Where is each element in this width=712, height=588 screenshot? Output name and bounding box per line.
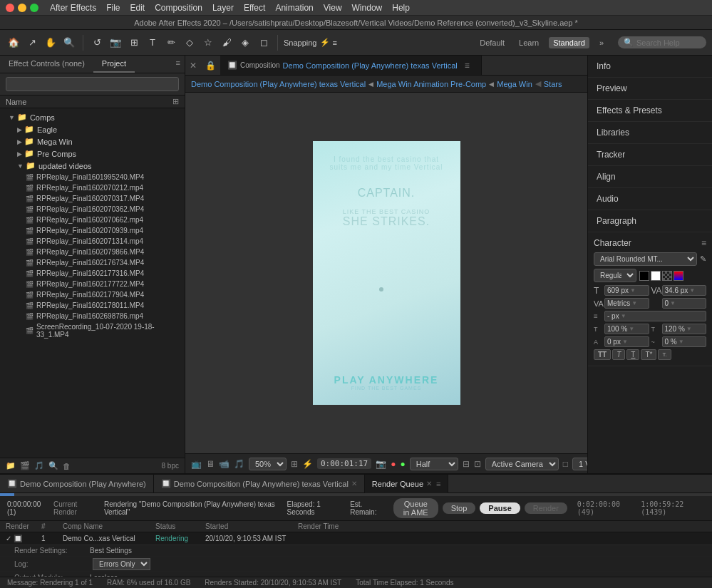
font-edit-icon[interactable]: ✎ <box>700 254 706 264</box>
search-icon-panel[interactable]: 🔍 <box>48 461 58 470</box>
color-swatch-white[interactable] <box>651 271 661 281</box>
menu-layer[interactable]: Layer <box>212 3 234 13</box>
vscale-field[interactable]: 120 % ▼ <box>662 324 707 334</box>
rp-info[interactable]: Info <box>588 56 712 78</box>
file-7[interactable]: 🎬 RPReplay_Final1602079866.MP4 <box>0 247 185 257</box>
col-menu-icon[interactable]: ⊞ <box>172 97 179 106</box>
menu-window[interactable]: Window <box>352 3 383 13</box>
bottom-tab-menu-3[interactable]: ≡ <box>436 480 440 488</box>
file-5[interactable]: 🎬 RPReplay_Final1602070939.mp4 <box>0 225 185 236</box>
camera-tool[interactable]: 📷 <box>108 35 123 51</box>
blur-field[interactable]: 0 % ▼ <box>662 336 707 347</box>
home-button[interactable]: 🏠 <box>6 35 21 51</box>
comp-lock-icon[interactable]: 🔒 <box>201 61 220 71</box>
pen-tool[interactable]: ✏ <box>163 35 179 51</box>
file-10[interactable]: 🎬 RPReplay_Final1602177722.MP4 <box>0 279 185 289</box>
render-button[interactable]: Render <box>525 502 567 514</box>
bc-item-3[interactable]: Stars <box>544 80 562 88</box>
tc-camera-icon[interactable]: 📷 <box>376 459 386 469</box>
menu-effect[interactable]: Effect <box>244 3 265 13</box>
bottom-tab-comp1[interactable]: 🔲 Demo Composition (Play Anywhere) <box>0 475 154 493</box>
bc-arrow-0[interactable]: ◀ <box>368 81 373 88</box>
bc-arrow-1[interactable]: ◀ <box>489 81 494 88</box>
tc-fit-icon[interactable]: ⊞ <box>291 459 298 469</box>
bc-item-1[interactable]: Mega Win Animation Pre-Comp <box>376 80 486 88</box>
folder-updated-videos[interactable]: 📁 updated videos <box>0 160 185 172</box>
bc-item-0[interactable]: Demo Composition (Play Anywhere) texas V… <box>191 80 366 88</box>
char-panel-menu-icon[interactable]: ≡ <box>701 238 706 248</box>
tc-views-icon[interactable]: □ <box>563 459 568 469</box>
eraser-tool[interactable]: ◻ <box>256 35 272 51</box>
zoom-select[interactable]: 50% <box>249 458 287 470</box>
menu-after-effects[interactable]: After Effects <box>50 3 96 13</box>
zoom-tool[interactable]: 🔍 <box>61 35 77 51</box>
style-t2-button[interactable]: T <box>626 349 639 360</box>
delete-icon[interactable]: 🗑 <box>63 462 71 470</box>
search-input[interactable] <box>636 38 701 47</box>
tab-project[interactable]: Project <box>93 56 135 73</box>
file-1[interactable]: 🎬 RPReplay_Final1602070212.mp4 <box>0 182 185 193</box>
stop-button[interactable]: Stop <box>443 502 476 514</box>
file-9[interactable]: 🎬 RPReplay_Final1602177316.MP4 <box>0 268 185 279</box>
render-queue-row[interactable]: ✓ 🔲 1 Demo Co...xas Vertical Rendering 2… <box>0 532 712 545</box>
tab-effect-controls[interactable]: Effect Controls (none) <box>0 56 93 73</box>
maximize-button[interactable] <box>30 4 38 12</box>
kerning-arrow[interactable]: ▼ <box>631 300 637 306</box>
clone-tool[interactable]: ◈ <box>237 35 253 51</box>
menu-help[interactable]: Help <box>392 3 410 13</box>
leading-field[interactable]: - px ▼ <box>604 311 706 321</box>
file-14[interactable]: 🎬 ScreenRecording_10-07-2020 19-18-33_1.… <box>0 321 185 340</box>
vscale-arrow[interactable]: ▼ <box>686 326 692 332</box>
bc-item-2[interactable]: Mega Win <box>497 80 532 88</box>
font-select[interactable]: Arial Rounded MT... <box>594 252 697 266</box>
hscale-arrow[interactable]: ▼ <box>629 326 634 332</box>
file-13[interactable]: 🎬 RPReplay_Final1602698786.mp4 <box>0 311 185 321</box>
style-tt-button[interactable]: TT <box>594 349 611 360</box>
rp-audio[interactable]: Audio <box>588 188 712 210</box>
font-size-field[interactable]: 609 px ▼ <box>604 285 649 296</box>
tc-icon-1[interactable]: 📺 <box>191 459 202 469</box>
file-3[interactable]: 🎬 RPReplay_Final1602070362.MP4 <box>0 204 185 215</box>
bottom-tab-render[interactable]: Render Queue ✕ ≡ <box>365 475 449 493</box>
kerning-field[interactable]: Metrics ▼ <box>604 298 649 309</box>
tracking-field[interactable]: 34.6 px ▼ <box>662 285 707 296</box>
file-11[interactable]: 🎬 RPReplay_Final1602177904.MP4 <box>0 289 185 300</box>
view-select[interactable]: 1 View <box>572 458 587 470</box>
file-8[interactable]: 🎬 RPReplay_Final1602176734.MP4 <box>0 257 185 268</box>
bottom-tab-comp2[interactable]: 🔲 Demo Composition (Play Anywhere) texas… <box>154 475 365 493</box>
tsukuri-field[interactable]: 0 px ▼ <box>604 336 649 347</box>
style-t4-button[interactable]: T. <box>658 349 671 360</box>
font-size-arrow[interactable]: ▼ <box>630 287 636 294</box>
file-0[interactable]: 🎬 RPReplay_Final1601995240.MP4 <box>0 172 185 182</box>
workspace-standard[interactable]: Standard <box>549 37 589 48</box>
menu-view[interactable]: View <box>324 3 342 13</box>
new-item-icon[interactable]: 🎵 <box>34 461 44 470</box>
tc-icon-4[interactable]: 🎵 <box>234 459 244 469</box>
pause-button[interactable]: Pause <box>480 502 520 514</box>
camera-select[interactable]: Active Camera <box>485 458 559 470</box>
rp-libraries[interactable]: Libraries <box>588 122 712 144</box>
style-t-button[interactable]: T <box>612 349 625 360</box>
blur-arrow[interactable]: ▼ <box>679 339 684 345</box>
hscale-field[interactable]: 100 % ▼ <box>604 324 649 334</box>
folder-eagle[interactable]: 📁 Eagle <box>0 123 185 135</box>
menu-edit[interactable]: Edit <box>130 3 145 13</box>
folder-mega-win[interactable]: 📁 Mega Win <box>0 135 185 148</box>
paint-tool[interactable]: 🖌 <box>219 35 234 51</box>
menu-file[interactable]: File <box>106 3 120 13</box>
queue-in-ame-button[interactable]: Queue in AME <box>393 498 438 518</box>
quality-select[interactable]: Half Full Third Quarter <box>410 458 458 470</box>
comp-tab-menu[interactable]: ≡ <box>460 61 474 71</box>
mask-tool[interactable]: ☆ <box>200 35 216 51</box>
comp-tab-close-all[interactable]: ✕ <box>185 61 201 71</box>
text-tool[interactable]: T <box>145 35 160 51</box>
color-swatch-checker[interactable] <box>662 271 672 281</box>
tc-adjust-icon[interactable]: ⊟ <box>463 459 470 469</box>
grid-tool[interactable]: ⊞ <box>126 35 142 51</box>
workspace-default[interactable]: Default <box>475 37 509 48</box>
comp-tab-main[interactable]: 🔲 Composition Demo Composition (Play Any… <box>220 56 482 76</box>
project-menu-icon[interactable]: ≡ <box>172 56 185 73</box>
bottom-tab-close-2[interactable]: ✕ <box>351 480 357 488</box>
leading-arrow[interactable]: ▼ <box>621 313 626 319</box>
bottom-tab-close-3[interactable]: ✕ <box>426 480 432 488</box>
